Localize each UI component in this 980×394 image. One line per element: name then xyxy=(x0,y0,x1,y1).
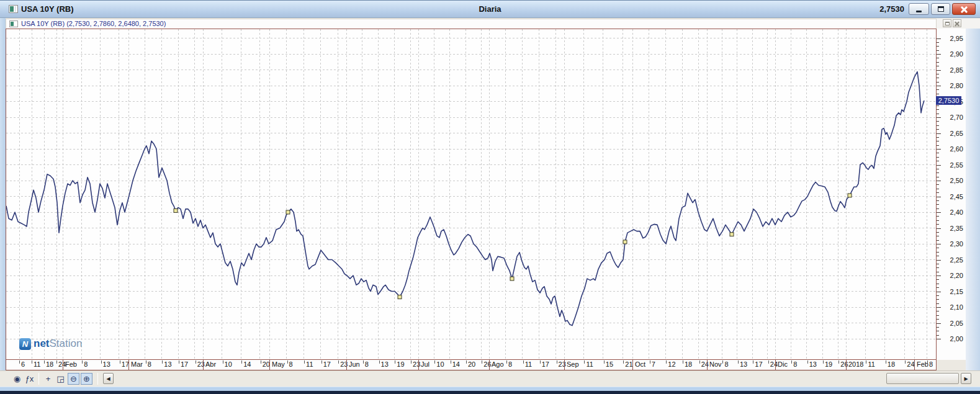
x-axis-day-tick xyxy=(196,360,196,364)
x-axis-day-tick xyxy=(482,360,482,364)
scroll-right-button[interactable]: ▶ xyxy=(961,373,971,384)
x-axis-day-label: 13 xyxy=(809,360,817,368)
y-axis-minor-tick xyxy=(937,299,939,300)
x-axis-day-tick xyxy=(287,360,288,364)
y-axis-minor-tick xyxy=(937,284,939,284)
x-axis-month-cell: Nov8131724 xyxy=(707,360,775,370)
x-axis-day-tick xyxy=(838,360,839,364)
y-axis-minor-tick xyxy=(937,311,939,311)
x-axis-day-label: 18 xyxy=(46,360,53,368)
x-axis-day-tick xyxy=(466,360,467,364)
pane-close-button[interactable] xyxy=(953,19,961,27)
y-axis-label: 2,10 xyxy=(937,303,963,311)
x-axis-month-label: Feb xyxy=(65,360,77,368)
x-axis-month-cell: Mar8131723 xyxy=(128,360,203,370)
x-axis-day-label: 11 xyxy=(868,360,874,368)
pane-restore-button[interactable] xyxy=(943,19,951,27)
x-axis-month-label: Jun xyxy=(349,360,360,368)
x-axis-day-label: 6 xyxy=(21,360,25,368)
x-axis-day-tick xyxy=(623,360,624,364)
x-axis-month-cell: Oct7121824 xyxy=(632,360,707,370)
x-axis-day-tick xyxy=(650,360,650,364)
x-axis-month-cell: Jun8131923 xyxy=(346,360,418,370)
x-axis-day-tick xyxy=(604,360,605,364)
last-price-title: 2,7530 xyxy=(879,4,904,14)
x-axis-day-tick xyxy=(304,360,305,364)
y-axis-minor-tick xyxy=(937,74,939,74)
y-axis-minor-tick xyxy=(937,331,939,331)
x-axis-month-cell: Dic8131926 xyxy=(775,360,846,370)
title-bar[interactable]: USA 10Y (RB) Diaria 2,7530 xyxy=(0,1,980,18)
maximize-button[interactable] xyxy=(931,3,950,15)
y-axis-label: 2,70 xyxy=(937,114,963,121)
y-axis-label: 2,20 xyxy=(937,272,963,279)
globe-button[interactable]: ◉ xyxy=(11,373,23,385)
x-axis-day-label: 24 xyxy=(907,360,914,368)
netstation-logo-mark: N xyxy=(19,338,31,350)
y-axis-minor-tick xyxy=(937,252,939,253)
x-axis-day-label: 13 xyxy=(164,360,171,368)
x-axis[interactable]: 6111824Feb81317Mar8131723Abr101420May811… xyxy=(6,359,937,370)
y-axis-label: 2,85 xyxy=(937,66,963,74)
y-axis-minor-tick xyxy=(937,204,939,205)
x-axis-day-tick xyxy=(120,360,120,364)
y-axis-minor-tick xyxy=(937,58,939,58)
event-marker xyxy=(286,210,290,214)
y-axis-minor-tick xyxy=(937,264,939,264)
x-axis-month-label: Jul xyxy=(421,360,429,368)
event-marker xyxy=(510,277,514,280)
y-axis-minor-tick xyxy=(937,315,939,316)
chart-plot-area[interactable]: N net Station xyxy=(6,29,937,360)
scroll-left-button[interactable]: ◀ xyxy=(103,373,114,384)
y-axis-minor-tick xyxy=(937,109,939,110)
formula-button[interactable]: ƒx xyxy=(24,373,35,385)
event-marker xyxy=(730,233,734,236)
x-axis-day-tick xyxy=(44,360,45,364)
x-axis-day-label: 8 xyxy=(793,360,797,368)
y-axis-minor-tick xyxy=(937,78,939,78)
y-axis-minor-tick xyxy=(937,105,939,106)
vertical-scrollbar[interactable] xyxy=(966,29,980,370)
y-axis-label: 2,00 xyxy=(937,335,963,343)
crosshair-button[interactable]: + xyxy=(42,373,54,385)
y-axis-minor-tick xyxy=(937,89,939,90)
x-axis-day-label: 17 xyxy=(542,360,549,368)
zoom-in-button[interactable]: ⊕ xyxy=(81,373,92,385)
y-axis-minor-tick xyxy=(937,157,939,158)
x-axis-day-tick xyxy=(807,360,808,364)
x-axis-day-tick xyxy=(666,360,667,364)
minimize-button[interactable] xyxy=(909,3,929,15)
bottom-toolbar: ◀ ▶ ◉ƒx+◲⊖⊕ xyxy=(0,370,980,387)
x-axis-day-label: 14 xyxy=(452,360,460,368)
x-axis-day-label: 13 xyxy=(740,360,747,368)
y-axis-minor-tick xyxy=(937,184,939,185)
x-axis-day-tick xyxy=(791,360,792,364)
y-axis-minor-tick xyxy=(937,169,939,169)
x-axis-day-tick xyxy=(927,360,928,364)
x-axis-day-label: 18 xyxy=(888,360,895,368)
x-axis-month-cell: 6111824 xyxy=(7,360,63,370)
x-axis-day-label: 8 xyxy=(508,360,512,368)
x-axis-day-tick xyxy=(823,360,824,364)
close-button[interactable] xyxy=(952,3,976,15)
x-axis-month-label: Dic xyxy=(778,360,788,368)
y-axis-minor-tick xyxy=(937,153,939,153)
x-axis-day-tick xyxy=(540,360,541,364)
x-axis-month-label: Sep xyxy=(567,360,579,368)
y-axis-label: 2,40 xyxy=(937,208,963,216)
toolbar-separator xyxy=(97,373,98,385)
x-axis-day-label: 20 xyxy=(468,360,475,368)
x-axis-day-tick xyxy=(905,360,906,364)
x-axis-day-label: 12 xyxy=(668,360,675,368)
x-axis-day-label: 18 xyxy=(685,360,692,368)
y-axis[interactable]: 2,952,902,852,802,752,702,652,602,552,50… xyxy=(937,29,966,360)
x-axis-day-tick xyxy=(321,360,322,364)
x-axis-month-label: Abr xyxy=(205,360,216,368)
y-axis-label: 2,15 xyxy=(937,288,963,295)
zoom-region-button[interactable]: ◲ xyxy=(55,373,66,385)
y-axis-minor-tick xyxy=(937,236,939,236)
zoom-out-button[interactable]: ⊖ xyxy=(68,373,79,385)
horizontal-scrollbar-thumb[interactable] xyxy=(886,373,959,384)
x-axis-day-tick xyxy=(56,360,57,364)
x-axis-day-tick xyxy=(451,360,451,364)
